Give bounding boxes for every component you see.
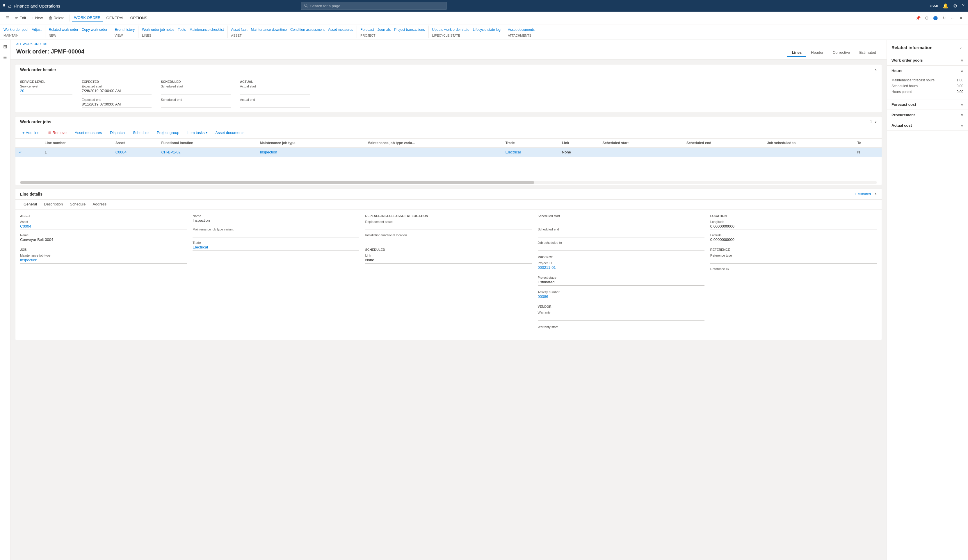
tab-general[interactable]: GENERAL	[104, 14, 127, 22]
notifications-button[interactable]: 🔔	[941, 2, 950, 10]
dispatch-button[interactable]: Dispatch	[108, 129, 127, 136]
search-bar[interactable]: Search for a page	[301, 2, 446, 10]
close-button[interactable]: ✕	[958, 14, 965, 22]
replacement-asset-value[interactable]: ​	[365, 224, 532, 230]
help-button[interactable]: ?	[961, 2, 966, 10]
asset-documents-button[interactable]: Asset documents	[213, 129, 247, 136]
expected-start-value[interactable]: 7/28/2019 07:00:00 AM	[82, 89, 152, 94]
edit-button[interactable]: ✏ Edit	[13, 14, 28, 22]
work-order-header-toggle[interactable]: Work order header ∧	[15, 64, 882, 75]
asset-value[interactable]: C0004	[20, 224, 187, 230]
job-sched-to-value[interactable]: ​	[538, 245, 704, 251]
tab-work-order[interactable]: WORK ORDER	[72, 14, 103, 22]
project-stage-value[interactable]: Estimated	[538, 280, 704, 286]
back-button[interactable]: ←	[949, 14, 956, 22]
project-id-value[interactable]: 000211-01	[538, 265, 704, 271]
detail-col-asset: ASSET Asset C0004 Name Conveyor Belt 000…	[20, 214, 187, 335]
project-group-button[interactable]: Project group	[154, 129, 181, 136]
row-trade[interactable]: Electrical	[502, 148, 559, 157]
ribbon-item-update-work-order-state[interactable]: Update work order state	[432, 27, 469, 33]
ribbon-item-forecast[interactable]: Forecast	[360, 27, 374, 33]
actual-end-value[interactable]: ​	[240, 102, 310, 108]
actual-start-value[interactable]: ​	[240, 89, 310, 94]
scheduled-end-value[interactable]: ​	[161, 102, 230, 108]
sched-start-value[interactable]: ​	[538, 218, 704, 224]
ribbon-item-work-order-job-notes[interactable]: Work order job notes	[142, 27, 174, 33]
settings-button[interactable]: ⚙	[952, 2, 958, 10]
link-value[interactable]: None	[365, 258, 532, 264]
home-icon[interactable]: ⌂	[8, 3, 12, 9]
sched-end-value[interactable]: ​	[538, 231, 704, 238]
tab-corrective[interactable]: Corrective	[828, 48, 855, 57]
ribbon-item-journals[interactable]: Journals	[378, 27, 391, 33]
ribbon-item-maintenance-downtime[interactable]: Maintenance downtime	[251, 27, 287, 33]
tab-options[interactable]: OPTIONS	[128, 14, 150, 22]
service-level-value[interactable]: 20	[20, 89, 73, 94]
table-row[interactable]: ✓ 1 C0004 CH-BP1-02 Inspection Electrica…	[15, 148, 882, 157]
detail-tab-description[interactable]: Description	[40, 200, 66, 209]
scheduled-start-value[interactable]: ​	[161, 89, 230, 94]
pin-button[interactable]: 📌	[914, 14, 922, 22]
office-button[interactable]: O	[923, 14, 930, 22]
tab-header[interactable]: Header	[806, 48, 828, 57]
ribbon-item-maintenance-checklist[interactable]: Maintenance checklist	[190, 27, 224, 33]
ribbon-item-event-history[interactable]: Event history	[114, 27, 135, 33]
maint-variant-value[interactable]: ​	[192, 231, 359, 238]
ribbon-item-work-order-pool[interactable]: Work order pool	[3, 27, 28, 33]
add-line-button[interactable]: + Add line	[20, 129, 42, 136]
reference-id-value[interactable]: ​	[710, 271, 877, 277]
row-maintenance-job-type[interactable]: Inspection	[257, 148, 364, 157]
badge-button[interactable]: 🔵	[932, 14, 940, 22]
warranty-value[interactable]: ​	[538, 315, 704, 320]
panel-section-header-actual_cost[interactable]: Actual cost∨	[887, 120, 968, 131]
row-functional-location[interactable]: CH-BP1-02	[157, 148, 256, 157]
install-location-value[interactable]: ​	[365, 238, 532, 243]
filter-icon[interactable]: ⊞	[2, 42, 9, 51]
ribbon-item-asset-documents[interactable]: Asset documents	[508, 27, 535, 33]
schedule-button[interactable]: Schedule	[131, 129, 151, 136]
ribbon-item-condition-assessment[interactable]: Condition assessment	[290, 27, 325, 33]
ribbon-item-project-transactions[interactable]: Project transactions	[394, 27, 425, 33]
asset-measures-button[interactable]: Asset measures	[73, 129, 104, 136]
latitude-value[interactable]: 0.0000000000	[710, 238, 877, 243]
panel-section-header-work_order_pools[interactable]: Work order pools∨	[887, 55, 968, 65]
horizontal-scrollbar[interactable]	[20, 181, 877, 184]
panel-section-header-hours[interactable]: Hours∧	[887, 66, 968, 76]
ribbon-item-asset-measures[interactable]: Asset measures	[328, 27, 353, 33]
expected-end-value[interactable]: 8/11/2019 07:00:00 AM	[82, 102, 152, 108]
detail-tab-schedule[interactable]: Schedule	[66, 200, 89, 209]
panel-expand-button[interactable]: ›	[958, 43, 963, 51]
row-asset[interactable]: C0004	[112, 148, 158, 157]
longitude-value[interactable]: 0.0000000000	[710, 224, 877, 230]
ribbon-item-lifecycle-state-log[interactable]: Lifecycle state log	[473, 27, 501, 33]
new-button[interactable]: + New	[29, 14, 45, 22]
ribbon-item-asset-fault[interactable]: Asset fault	[231, 27, 247, 33]
ribbon-item-tools[interactable]: Tools	[178, 27, 186, 33]
refresh-button[interactable]: ↻	[941, 14, 948, 22]
filter-button[interactable]: ☰	[3, 14, 12, 22]
waffle-icon[interactable]: ⠿	[2, 3, 6, 9]
tab-estimated[interactable]: Estimated	[855, 48, 881, 57]
warranty-start-value[interactable]: ​	[538, 329, 704, 335]
panel-section-header-procurement[interactable]: Procurement∨	[887, 110, 968, 120]
ribbon-item-related-work-order[interactable]: Related work order	[49, 27, 78, 33]
item-tasks-button[interactable]: Item tasks ▾	[185, 129, 209, 136]
list-icon[interactable]: ☰	[2, 53, 9, 62]
breadcrumb[interactable]: ALL WORK ORDERS	[16, 42, 881, 46]
delete-button[interactable]: 🗑 Delete	[46, 14, 67, 22]
ribbon-item-copy-work-order[interactable]: Copy work order	[82, 27, 107, 33]
estimated-badge: Estimated	[855, 192, 871, 196]
work-order-jobs-toggle[interactable]: Work order jobs 1 ∨	[15, 117, 882, 127]
detail-tab-address[interactable]: Address	[89, 200, 110, 209]
trade-value[interactable]: Electrical	[192, 245, 359, 251]
panel-section-header-forecast_cost[interactable]: Forecast cost∨	[887, 99, 968, 109]
job-maint-type-value[interactable]: Inspection	[20, 258, 187, 264]
detail-tab-general[interactable]: General	[20, 200, 40, 209]
tab-lines[interactable]: Lines	[787, 48, 806, 57]
remove-button[interactable]: 🗑 Remove	[45, 129, 69, 136]
name-value[interactable]: Inspection	[192, 218, 359, 224]
reference-type-value[interactable]: ​	[710, 258, 877, 264]
activity-number-value[interactable]: 00386	[538, 294, 704, 300]
chevron-line-details-icon: ∧	[874, 192, 877, 196]
ribbon-item-adjust[interactable]: Adjust	[32, 27, 41, 33]
